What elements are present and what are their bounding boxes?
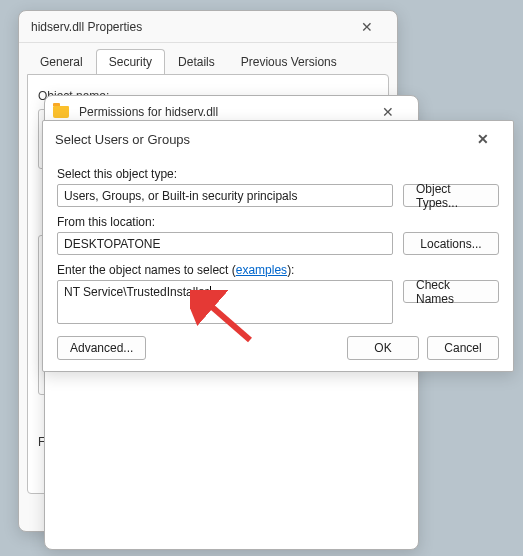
advanced-button[interactable]: Advanced...	[57, 336, 146, 360]
object-types-button[interactable]: Object Types...	[403, 184, 499, 207]
select-users-window: Select Users or Groups ✕ Select this obj…	[42, 120, 514, 372]
tab-security[interactable]: Security	[96, 49, 165, 74]
tab-strip: General Security Details Previous Versio…	[19, 43, 397, 74]
permissions-title: Permissions for hidserv.dll	[75, 105, 366, 119]
names-label-prefix: Enter the object names to select (	[57, 263, 236, 277]
object-names-input[interactable]: NT Service\TrustedInstaller	[57, 280, 393, 324]
close-icon[interactable]: ✕	[461, 125, 505, 153]
tab-previous-versions[interactable]: Previous Versions	[228, 49, 350, 74]
names-label-suffix: ):	[287, 263, 294, 277]
properties-titlebar[interactable]: hidserv.dll Properties ✕	[19, 11, 397, 43]
locations-button[interactable]: Locations...	[403, 232, 499, 255]
ok-button[interactable]: OK	[347, 336, 419, 360]
properties-title: hidserv.dll Properties	[27, 20, 345, 34]
close-icon[interactable]: ✕	[345, 13, 389, 41]
object-names-label: Enter the object names to select (exampl…	[57, 263, 499, 277]
folder-icon	[53, 106, 69, 118]
object-type-label: Select this object type:	[57, 167, 499, 181]
tab-details[interactable]: Details	[165, 49, 228, 74]
text-caret	[210, 286, 211, 300]
object-names-value: NT Service\TrustedInstaller	[64, 285, 209, 299]
object-type-field[interactable]: Users, Groups, or Built-in security prin…	[57, 184, 393, 207]
cancel-button[interactable]: Cancel	[427, 336, 499, 360]
check-names-button[interactable]: Check Names	[403, 280, 499, 303]
select-users-titlebar[interactable]: Select Users or Groups ✕	[43, 121, 513, 157]
examples-link[interactable]: examples	[236, 263, 287, 277]
location-field[interactable]: DESKTOPATONE	[57, 232, 393, 255]
location-label: From this location:	[57, 215, 499, 229]
tab-general[interactable]: General	[27, 49, 96, 74]
select-users-title: Select Users or Groups	[51, 132, 461, 147]
